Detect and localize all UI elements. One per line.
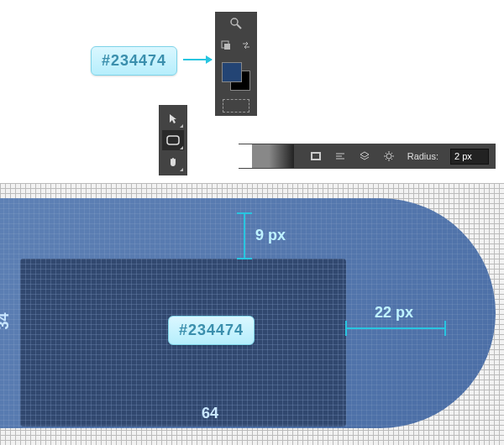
- pill-shape[interactable]: 9 px 22 px #234474 34 64: [0, 198, 496, 428]
- measure-top-cap2: [237, 258, 252, 259]
- measure-top-line: [244, 213, 245, 259]
- svg-rect-6: [312, 154, 319, 159]
- measure-right-line: [346, 327, 445, 329]
- measure-right-cap1: [345, 321, 347, 336]
- measure-right-label: 22 px: [375, 304, 413, 322]
- mini-tool-panel: [215, 12, 257, 116]
- svg-line-16: [391, 159, 392, 160]
- layers-icon[interactable]: [358, 149, 370, 163]
- callout-text: #234474: [102, 52, 166, 69]
- rounded-rect-tool[interactable]: [162, 130, 184, 150]
- measure-top-label: 9 px: [255, 227, 286, 244]
- svg-point-10: [386, 154, 391, 159]
- callout-text-center: #234474: [179, 322, 244, 338]
- svg-rect-4: [167, 136, 179, 144]
- dim-height: 34: [0, 312, 13, 329]
- gear-icon[interactable]: [383, 149, 396, 163]
- dim-width: 64: [202, 405, 218, 422]
- tools-panel: [159, 105, 187, 175]
- radius-input[interactable]: [450, 149, 489, 165]
- svg-point-0: [231, 18, 238, 25]
- color-swatches[interactable]: [222, 62, 250, 91]
- measure-right-cap2: [444, 321, 446, 336]
- magnifier-icon[interactable]: [228, 15, 244, 32]
- svg-line-18: [391, 153, 392, 154]
- options-bar: Radius:: [239, 144, 496, 169]
- swap-icon[interactable]: [238, 37, 255, 54]
- svg-line-17: [386, 159, 386, 160]
- radius-label: Radius:: [407, 151, 438, 161]
- fill-mode-icon[interactable]: [309, 149, 322, 163]
- rotate-icon[interactable]: [218, 37, 234, 54]
- svg-line-15: [386, 153, 386, 154]
- svg-rect-3: [224, 44, 230, 50]
- selection-tool[interactable]: [162, 108, 184, 128]
- quickmask-icon[interactable]: [223, 99, 249, 113]
- options-bar-gradient: [239, 144, 294, 168]
- canvas[interactable]: 9 px 22 px #234474 34 64: [0, 183, 504, 445]
- svg-line-1: [237, 24, 241, 29]
- hand-tool[interactable]: [162, 152, 184, 172]
- align-icon[interactable]: [333, 149, 346, 163]
- measure-top-cap1: [237, 212, 252, 214]
- callout-arrow: [183, 59, 212, 60]
- fg-color-swatch[interactable]: [222, 62, 242, 82]
- color-callout-top: #234474: [91, 46, 177, 76]
- color-callout-center: #234474: [168, 316, 255, 345]
